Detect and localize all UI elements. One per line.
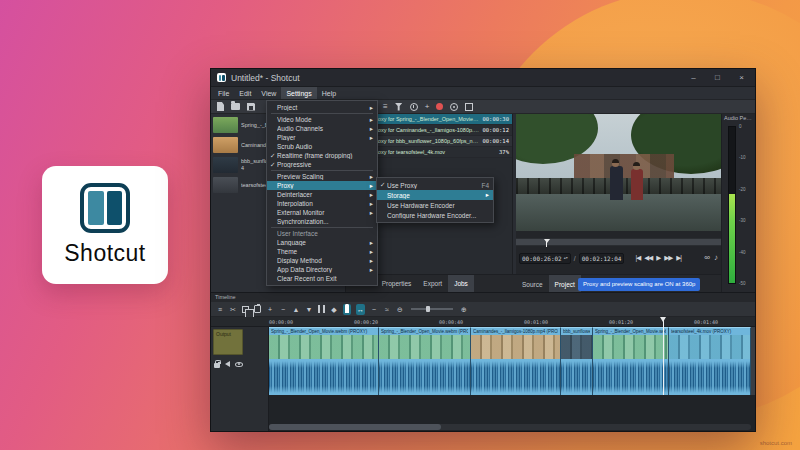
timeline-clip[interactable]: tearsofsteel_4k.mov (PROXY) [669, 327, 751, 395]
close-button[interactable]: × [732, 69, 751, 87]
menu-edit[interactable]: Edit [234, 87, 256, 99]
target-icon[interactable] [450, 103, 458, 111]
maximize-button[interactable]: □ [708, 69, 727, 87]
mute-track-icon[interactable] [225, 361, 230, 367]
timeline-playhead[interactable] [663, 317, 664, 395]
timeline-vertical-scrollbar[interactable] [751, 327, 755, 395]
menu-item-user-interface[interactable]: User Interface [267, 229, 377, 238]
scrubber-playhead[interactable] [546, 239, 547, 247]
paste-icon[interactable] [254, 305, 261, 313]
position-timecode[interactable]: 00:00:26:02 ▴▾ [519, 253, 571, 264]
watermark-text: shotcut.com [760, 440, 792, 446]
filter-icon[interactable] [395, 103, 403, 111]
timeline-menu-icon[interactable]: ≡ [216, 304, 224, 315]
tab-export[interactable]: Export [417, 275, 448, 292]
new-file-icon[interactable] [217, 102, 224, 111]
timeline-clip[interactable]: Spring_-_Blender_Open_Movie.webm (PROXY) [269, 327, 379, 395]
overwrite-icon[interactable]: ▼ [305, 304, 313, 315]
append-icon[interactable]: + [266, 304, 274, 315]
split-icon[interactable] [318, 305, 325, 313]
menu-view[interactable]: View [256, 87, 281, 99]
menu-item-language[interactable]: Language▸ [267, 238, 377, 247]
video-preview[interactable] [516, 114, 721, 231]
duration-timecode[interactable]: 00:02:12:04 [579, 253, 625, 264]
cut-icon[interactable]: ✂ [229, 304, 237, 315]
menu-settings[interactable]: Settings [281, 87, 316, 99]
menu-item-project[interactable]: Project▸ [267, 103, 377, 112]
menu-item-display-method[interactable]: Display Method▸ [267, 256, 377, 265]
clip-filmstrip [379, 335, 470, 359]
save-icon[interactable] [247, 103, 255, 111]
ripple-delete-icon[interactable]: − [279, 304, 287, 315]
timeline-clip[interactable]: bbb_sunflower_1080p_60fps_normal.mp4 (PR… [561, 327, 593, 395]
menu-item-progressive[interactable]: ✓Progressive [267, 160, 377, 169]
skip-end-button[interactable]: ▶| [676, 254, 681, 262]
timeline-ruler[interactable]: 00:00:00 00:00:20 00:00:40 00:01:00 00:0… [211, 317, 755, 327]
lift-icon[interactable]: ▲ [292, 304, 300, 315]
timeline-title: Timeline [211, 293, 755, 302]
play-button[interactable]: ▶ [656, 254, 660, 262]
output-track-button[interactable]: Output [213, 329, 243, 355]
proxy-submenu: ✓Use ProxyF4 Storage▸ Use Hardware Encod… [376, 177, 494, 223]
history-icon[interactable] [410, 103, 418, 111]
timeline-clip[interactable]: Spring_-_Blender_Open_Movie.webm (PROXY) [379, 327, 471, 395]
timecode-spinner-icon[interactable]: ▴▾ [564, 256, 568, 260]
zoom-out-icon[interactable]: ⊖ [396, 304, 404, 315]
tab-jobs[interactable]: Jobs [448, 275, 474, 292]
volume-icon[interactable]: ♪ [714, 253, 718, 263]
fullscreen-icon[interactable] [465, 103, 473, 111]
hide-track-icon[interactable] [235, 362, 243, 367]
preview-scrubber[interactable] [516, 238, 721, 246]
menu-item-interpolation[interactable]: Interpolation▸ [267, 199, 377, 208]
menu-item-clear-recent[interactable]: Clear Recent on Exit [267, 274, 377, 283]
menu-item-app-data-directory[interactable]: App Data Directory▸ [267, 265, 377, 274]
tab-project[interactable]: Project [549, 275, 581, 293]
panel-tool-group: ≡ + [383, 102, 473, 112]
fast-forward-button[interactable]: ▶▶ [664, 254, 672, 262]
scrollbar-thumb[interactable] [269, 424, 441, 430]
copy-icon[interactable] [242, 306, 249, 313]
menu-item-realtime[interactable]: ✓Realtime (frame dropping) [267, 151, 377, 160]
timeline-clip[interactable]: Caminandes_-_llamigos-1080p.mp4 (PROXY) [471, 327, 561, 395]
zoom-slider[interactable] [411, 308, 453, 310]
submenu-item-use-hardware-encoder[interactable]: Use Hardware Encoder [377, 200, 493, 210]
file-tool-group [217, 102, 255, 111]
open-file-icon[interactable] [231, 103, 240, 110]
scrub-while-dragging-icon[interactable]: ↔ [356, 304, 365, 315]
menu-help[interactable]: Help [317, 87, 341, 99]
menu-file[interactable]: File [213, 87, 234, 99]
submenu-item-configure-hardware-encoder[interactable]: Configure Hardware Encoder... [377, 210, 493, 220]
timeline-clip[interactable]: Spring_-_Blender_Open_Movie.webm (PROXY) [593, 327, 669, 395]
submenu-item-storage[interactable]: Storage▸ [377, 190, 493, 200]
menu-item-proxy[interactable]: Proxy▸ [267, 181, 377, 190]
submenu-arrow-icon: ▸ [367, 116, 373, 124]
ripple-icon[interactable]: ~ [370, 304, 378, 315]
menu-item-theme[interactable]: Theme▸ [267, 247, 377, 256]
menu-item-audio-channels[interactable]: Audio Channels▸ [267, 124, 377, 133]
menu-item-scrub-audio[interactable]: Scrub Audio [267, 142, 377, 151]
record-icon[interactable] [436, 103, 443, 110]
markers-icon[interactable]: ◆ [330, 304, 338, 315]
menu-item-video-mode[interactable]: Video Mode▸ [267, 115, 377, 124]
tab-properties[interactable]: Properties [376, 275, 418, 292]
menu-icon[interactable]: ≡ [383, 102, 388, 112]
db-label: -40 [739, 250, 746, 255]
tab-source[interactable]: Source [516, 275, 549, 293]
menu-item-deinterlacer[interactable]: Deinterlacer▸ [267, 190, 377, 199]
menu-item-preview-scaling[interactable]: Preview Scaling▸ [267, 172, 377, 181]
timeline-horizontal-scrollbar[interactable] [269, 424, 751, 430]
menu-item-external-monitor[interactable]: External Monitor▸ [267, 208, 377, 217]
ripple-all-tracks-icon[interactable]: ≈ [383, 304, 391, 315]
snap-magnet-icon[interactable] [343, 304, 351, 315]
add-icon[interactable]: + [425, 102, 430, 112]
skip-start-button[interactable]: |◀ [635, 254, 640, 262]
rewind-button[interactable]: ◀◀ [644, 254, 652, 262]
loop-icon[interactable]: ∞ [704, 253, 710, 263]
transport-controls: |◀ ◀◀ ▶ ▶▶ ▶| [635, 254, 680, 262]
preview-person-right [631, 169, 643, 200]
menu-item-synchronization[interactable]: Synchronization... [267, 217, 377, 226]
zoom-in-icon[interactable]: ⊕ [460, 304, 468, 315]
minimize-button[interactable]: – [684, 69, 703, 87]
submenu-item-use-proxy[interactable]: ✓Use ProxyF4 [377, 180, 493, 190]
menu-item-player[interactable]: Player▸ [267, 133, 377, 142]
